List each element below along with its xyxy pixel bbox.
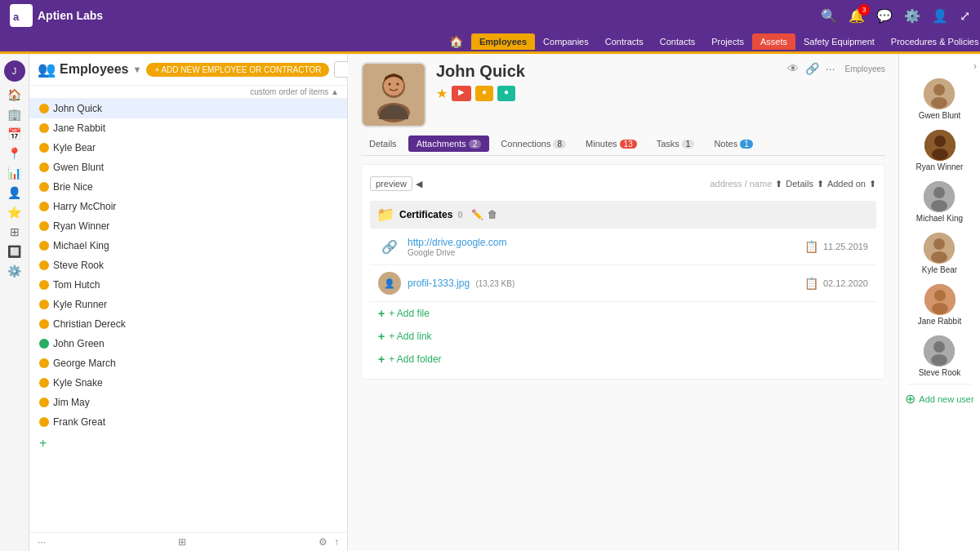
home-sidebar-icon[interactable]: 🏠 [7, 88, 21, 101]
sort-icon[interactable]: ⬆ [775, 179, 782, 189]
address-col-header[interactable]: address / name [710, 179, 772, 189]
tab-tasks[interactable]: Tasks 1 [648, 136, 703, 152]
chart-icon[interactable]: 📊 [7, 167, 21, 180]
employee-item[interactable]: Kyle Runner [29, 295, 347, 314]
share-icon[interactable]: 🔗 [805, 62, 819, 75]
employee-item[interactable]: Kyle Bear [29, 138, 347, 158]
modules-icon[interactable]: 🔲 [7, 245, 21, 258]
added-on-col-header[interactable]: Added on [827, 179, 866, 189]
footer-export-icon[interactable]: ↑ [334, 536, 339, 548]
tab-attachments[interactable]: Attachments 2 [408, 136, 490, 152]
rs-avatar[interactable] [924, 78, 955, 109]
employee-item[interactable]: Kyle Snake [29, 373, 347, 393]
employee-item[interactable]: Gwen Blunt [29, 158, 347, 177]
tab-safety[interactable]: Safety Equipment [795, 33, 883, 50]
add-new-user-button[interactable]: ⊕ Add new user [905, 391, 973, 407]
employee-item[interactable]: Ryan Winner [29, 216, 347, 236]
employee-item[interactable]: Jim May [29, 393, 347, 412]
add-employee-plus-icon[interactable]: + [39, 436, 47, 450]
rs-avatar[interactable] [924, 233, 955, 264]
expand-icon[interactable]: ⤢ [960, 8, 970, 24]
add-employee-row[interactable]: + [29, 432, 347, 455]
user-icon[interactable]: 👤 [932, 8, 948, 24]
add-file-row[interactable]: + + Add file [370, 302, 876, 325]
employee-item[interactable]: Tom Hutch [29, 275, 347, 295]
footer-dots[interactable]: ··· [38, 536, 46, 548]
employee-name: Michael King [53, 240, 109, 251]
add-link-row[interactable]: + + Add link [370, 325, 876, 348]
add-file-label[interactable]: + Add file [389, 308, 430, 319]
tab-notes[interactable]: Notes 1 [706, 136, 760, 152]
calendar-icon[interactable]: 📅 [7, 127, 21, 140]
bell-icon[interactable]: 🔔 [849, 8, 865, 24]
badge-dot-cyan[interactable]: ● [497, 86, 515, 101]
tab-connections-label: Connections [501, 139, 550, 149]
tab-companies[interactable]: Companies [535, 33, 597, 50]
employee-item[interactable]: Frank Great [29, 412, 347, 432]
location-icon[interactable]: 📍 [7, 147, 21, 160]
add-link-label[interactable]: + Add link [389, 331, 431, 342]
employee-item[interactable]: Brie Nice [29, 177, 347, 197]
add-folder-label[interactable]: + Add folder [389, 353, 441, 365]
tab-assets[interactable]: Assets [752, 33, 795, 50]
tab-details[interactable]: Details [361, 136, 405, 152]
employee-item[interactable]: George March [29, 353, 347, 373]
view-icon[interactable]: 👁 [787, 62, 799, 75]
rs-avatar[interactable] [924, 130, 956, 161]
tab-employees[interactable]: Employees [471, 33, 535, 50]
folder-name: Certificates [399, 209, 452, 220]
badge-dot-yellow[interactable]: ● [475, 86, 493, 101]
file-name: profil-1333.jpg [408, 278, 470, 289]
rs-avatar[interactable] [924, 181, 955, 212]
chat-icon[interactable]: 💬 [876, 8, 893, 24]
avatar-image [363, 64, 425, 126]
svg-point-10 [931, 97, 947, 109]
sort-icon2[interactable]: ⬆ [817, 179, 824, 189]
search-icon[interactable]: 🔍 [821, 8, 837, 24]
file-info: profil-1333.jpg (13,23 KB) [408, 278, 514, 289]
employee-item[interactable]: Michael King [29, 236, 347, 256]
add-employee-button[interactable]: + ADD NEW EMPLOYEE OR CONTRACTOR [146, 63, 329, 77]
tab-home[interactable]: 🏠 [441, 32, 471, 51]
employee-item[interactable]: Christian Dereck [29, 314, 347, 334]
tab-projects[interactable]: Projects [703, 33, 752, 50]
star-badge[interactable]: ★ [436, 86, 448, 101]
footer-table-icon[interactable]: ⊞ [178, 536, 186, 548]
employee-item[interactable]: Jane Rabbit [29, 118, 347, 138]
tab-connections-count: 8 [553, 140, 566, 149]
file-link[interactable]: http://drive.google.com [408, 237, 506, 248]
preview-button[interactable]: preview [370, 176, 412, 191]
star-sidebar-icon[interactable]: ⭐ [7, 206, 21, 219]
badge-play[interactable]: ▶ [452, 86, 471, 101]
employee-name: Kyle Runner [53, 299, 107, 310]
settings-icon[interactable]: ⚙️ [904, 8, 920, 24]
building-icon[interactable]: 🏢 [7, 108, 21, 121]
tab-contracts[interactable]: Contracts [597, 33, 652, 50]
employee-item[interactable]: Steve Rook [29, 256, 347, 275]
employee-status-icon [39, 280, 49, 290]
file-link[interactable]: profil-1333.jpg (13,23 KB) [408, 278, 514, 289]
employee-item[interactable]: Harry McChoir [29, 197, 347, 216]
gear-sidebar-icon[interactable]: ⚙️ [7, 264, 21, 278]
folder-edit-icon[interactable]: ✏️ [471, 209, 483, 220]
rs-avatar[interactable] [924, 335, 955, 367]
employee-item[interactable]: John Quick [29, 99, 347, 118]
sort-icon3[interactable]: ⬆ [869, 179, 876, 189]
user-avatar[interactable]: J [4, 60, 25, 82]
footer-settings-icon[interactable]: ⚙ [318, 536, 327, 548]
expand-sidebar-icon[interactable]: › [973, 60, 977, 72]
tab-procedures[interactable]: Procedures & Policies [883, 33, 980, 50]
employee-name: John Quick [53, 103, 102, 114]
tab-minutes[interactable]: Minutes 13 [577, 136, 645, 152]
folder-delete-icon[interactable]: 🗑 [488, 209, 497, 220]
employee-item[interactable]: John Green [29, 334, 347, 353]
tab-connections[interactable]: Connections 8 [492, 136, 574, 152]
tab-contacts[interactable]: Contacts [652, 33, 703, 50]
add-folder-row[interactable]: + + Add folder [370, 348, 876, 371]
employees-header: 👥 Employees ▼ + ADD NEW EMPLOYEE OR CONT… [29, 54, 347, 86]
rs-avatar[interactable] [924, 284, 956, 315]
grid-icon[interactable]: ⊞ [10, 225, 20, 238]
more-icon[interactable]: ··· [826, 62, 835, 75]
details-col-header[interactable]: Details [786, 179, 813, 189]
person-icon[interactable]: 👤 [7, 186, 21, 199]
